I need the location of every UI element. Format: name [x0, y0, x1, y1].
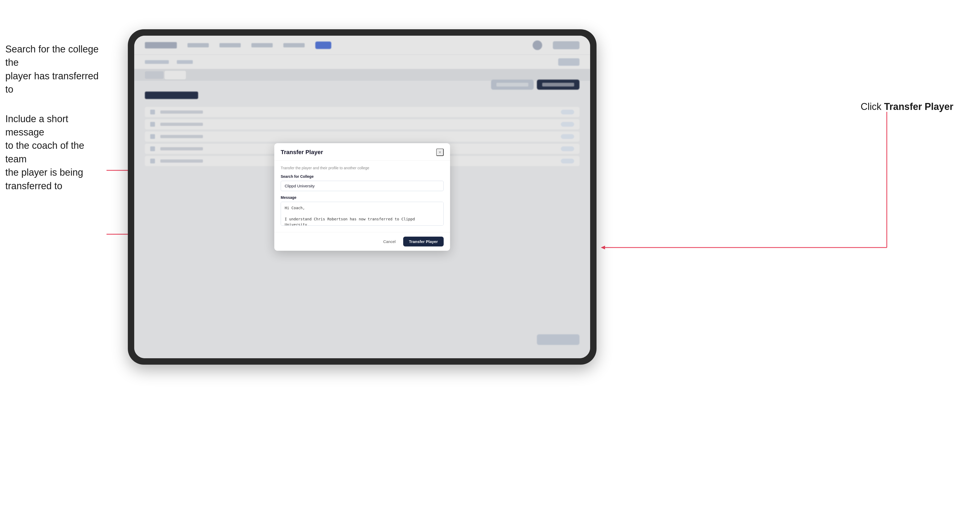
svg-marker-10: [601, 246, 605, 249]
transfer-player-button[interactable]: Transfer Player: [403, 237, 444, 246]
message-textarea[interactable]: [281, 202, 444, 226]
dialog-description: Transfer the player and their profile to…: [281, 166, 444, 170]
dialog-footer: Cancel Transfer Player: [274, 232, 450, 251]
annotation-click-text: Click: [861, 101, 881, 112]
cancel-button[interactable]: Cancel: [379, 237, 400, 246]
dialog-title: Transfer Player: [281, 149, 323, 156]
search-college-input[interactable]: [281, 181, 444, 191]
modal-overlay: Transfer Player × Transfer the player an…: [134, 36, 590, 358]
tablet-screen: Transfer Player × Transfer the player an…: [134, 36, 590, 358]
message-label: Message: [281, 195, 444, 200]
tablet-frame: Transfer Player × Transfer the player an…: [128, 29, 597, 365]
dialog-body: Transfer the player and their profile to…: [274, 160, 450, 232]
dialog-close-button[interactable]: ×: [436, 149, 444, 156]
dialog-header: Transfer Player ×: [274, 143, 450, 160]
transfer-player-dialog: Transfer Player × Transfer the player an…: [274, 143, 450, 251]
annotation-transfer-bold: Transfer Player: [884, 101, 953, 112]
annotation-search-text: Search for the college theplayer has tra…: [5, 43, 107, 96]
annotation-right: Click Transfer Player: [861, 101, 953, 112]
annotation-message-text: Include a short messageto the coach of t…: [5, 112, 107, 193]
search-label: Search for College: [281, 174, 444, 179]
annotation-left: Search for the college theplayer has tra…: [5, 43, 107, 209]
